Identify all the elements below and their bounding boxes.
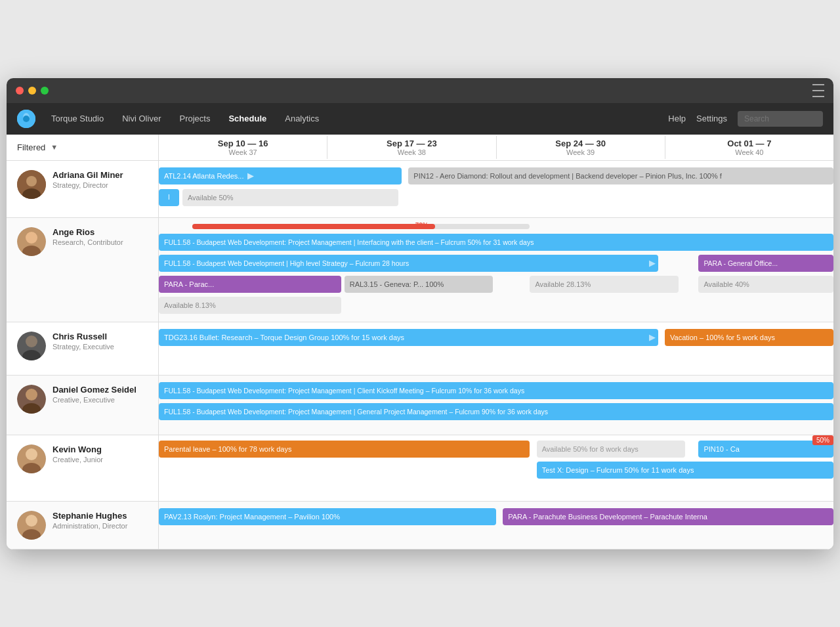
close-button[interactable] <box>16 87 24 95</box>
hamburger-menu[interactable] <box>812 83 824 98</box>
task-pin12[interactable]: PIN12 - Aero Diamond: Rollout and develo… <box>408 167 833 184</box>
filter-arrow: ▼ <box>51 143 58 151</box>
chris-task-row-1: TDG23.16 Bullet: Research – Torque Desig… <box>159 329 833 347</box>
nav-analytics[interactable]: Analytics <box>277 110 327 127</box>
ange-task-row-1: FUL1.58 - Budapest Web Development: Proj… <box>159 234 833 252</box>
svg-point-15 <box>26 448 37 460</box>
nav-items: Torque Studio Nivi Oliver Projects Sched… <box>43 110 668 127</box>
task-pav213[interactable]: PAV2.13 Roslyn: Project Management – Pav… <box>159 508 496 525</box>
person-role-stephanie: Administration, Director <box>52 522 127 530</box>
person-details-daniel: Daniel Gomez Seidel Creative, Executive <box>52 385 136 404</box>
avatar-adriana <box>17 170 46 199</box>
person-details-kevin: Kevin Wong Creative, Junior <box>52 444 103 464</box>
task-ful158-general[interactable]: FUL1.58 - Budapest Web Development: Proj… <box>159 403 833 420</box>
task-ful158-highlevel[interactable]: FUL1.58 - Budapest Web Development | Hig… <box>159 255 658 272</box>
filter-label: Filtered <box>17 142 45 152</box>
avatar-daniel <box>17 385 46 414</box>
nav-schedule[interactable]: Schedule <box>220 110 274 127</box>
daniel-task-row-1: FUL1.58 - Budapest Web Development: Proj… <box>159 382 833 400</box>
person-role-daniel: Creative, Executive <box>52 396 136 404</box>
person-details-stephanie: Stephanie Hughes Administration, Directo… <box>52 511 127 530</box>
task-testx[interactable]: Test X: Design – Fulcrum 50% for 11 work… <box>537 462 833 479</box>
week-col-38: Sep 17 — 23 Week 38 <box>327 136 496 159</box>
svg-point-18 <box>26 515 37 527</box>
week-col-37: Sep 10 — 16 Week 37 <box>159 136 327 159</box>
task-ange-available-40[interactable]: Available 40% <box>698 276 833 293</box>
task-adriana-i[interactable]: I <box>159 189 179 206</box>
svg-point-12 <box>26 389 37 400</box>
traffic-lights <box>16 87 49 95</box>
task-para-parachute-biz[interactable]: PARA - Parachute Business Development – … <box>503 508 833 525</box>
ange-progress-bar-row: 72% <box>159 222 833 231</box>
nav-help[interactable]: Help <box>668 114 686 123</box>
person-info-ange: Ange Rios Research, Contributor <box>7 218 159 322</box>
week-col-39: Sep 24 — 30 Week 39 <box>497 136 665 159</box>
person-name-ange: Ange Rios <box>52 227 123 237</box>
avatar-stephanie <box>17 511 46 540</box>
maximize-button[interactable] <box>41 87 49 95</box>
daniel-task-row-2: FUL1.58 - Budapest Web Development: Proj… <box>159 403 833 422</box>
nav-projects[interactable]: Projects <box>171 110 218 127</box>
search-input[interactable] <box>738 111 823 127</box>
kevin-50-badge: 50% <box>812 435 833 445</box>
ange-task-row-4: Available 8.13% <box>159 297 833 315</box>
stephanie-task-row-1: PAV2.13 Roslyn: Project Management – Pav… <box>159 508 833 527</box>
person-name-daniel: Daniel Gomez Seidel <box>52 385 136 395</box>
person-name-chris: Chris Russell <box>52 332 114 341</box>
task-vacation[interactable]: Vacation – 100% for 5 work days <box>665 329 833 346</box>
title-bar <box>7 78 833 103</box>
minimize-button[interactable] <box>28 87 36 95</box>
person-info-adriana: Adriana Gil Miner Strategy, Director <box>7 161 159 217</box>
person-role-kevin: Creative, Junior <box>52 456 103 464</box>
person-role-chris: Strategy, Executive <box>52 343 114 351</box>
task-ful158-interfacing[interactable]: FUL1.58 - Budapest Web Development: Proj… <box>159 234 833 251</box>
person-info-kevin: Kevin Wong Creative, Junior <box>7 435 159 501</box>
adriana-task-row-1: ATL2.14 Atlanta Redes... ▶ PIN12 - Aero … <box>159 167 833 186</box>
week-num-37: Week 37 <box>159 148 327 156</box>
week-range-39: Sep 24 — 30 <box>497 139 665 148</box>
task-kevin-available[interactable]: Available 50% for 8 work days <box>537 441 685 458</box>
week-num-38: Week 38 <box>327 148 495 156</box>
week-range-38: Sep 17 — 23 <box>327 139 495 148</box>
tasks-daniel: FUL1.58 - Budapest Web Development: Proj… <box>159 376 833 435</box>
tasks-ange: 72% FUL1.58 - Budapest Web Development: … <box>159 218 833 322</box>
nav-user[interactable]: Nivi Oliver <box>114 110 169 127</box>
task-atl[interactable]: ATL2.14 Atlanta Redes... ▶ <box>159 167 402 184</box>
person-name-adriana: Adriana Gil Miner <box>52 170 123 180</box>
task-adriana-available[interactable]: Available 50% <box>182 189 398 206</box>
week-range-37: Sep 10 — 16 <box>159 139 327 148</box>
filter-row: Filtered ▼ Sep 10 — 16 Week 37 Sep 17 — … <box>7 135 833 161</box>
person-row-chris: Chris Russell Strategy, Executive TDG23.… <box>7 322 833 376</box>
ange-task-row-3: PARA - Parac... RAL3.15 - Geneva: P... 1… <box>159 276 833 294</box>
week-headers: Sep 10 — 16 Week 37 Sep 17 — 23 Week 38 … <box>159 136 833 159</box>
task-ral315[interactable]: RAL3.15 - Geneva: P... 100% <box>345 276 493 293</box>
task-parental-leave[interactable]: Parental leave – 100% for 78 work days <box>159 441 530 458</box>
nav-studio[interactable]: Torque Studio <box>43 110 112 127</box>
schedule-grid: Adriana Gil Miner Strategy, Director ATL… <box>7 161 833 550</box>
task-para-parac[interactable]: PARA - Parac... <box>159 276 341 293</box>
kevin-task-row-2: Test X: Design – Fulcrum 50% for 11 work… <box>159 462 833 480</box>
task-ful158-kickoff[interactable]: FUL1.58 - Budapest Web Development: Proj… <box>159 382 833 399</box>
person-row-ange: Ange Rios Research, Contributor 72% FUL1… <box>7 218 833 322</box>
person-details-adriana: Adriana Gil Miner Strategy, Director <box>52 170 123 189</box>
task-tdg2316[interactable]: TDG23.16 Bullet: Research – Torque Desig… <box>159 329 658 346</box>
svg-point-3 <box>26 176 37 186</box>
svg-point-0 <box>17 110 35 128</box>
task-ange-available-2813[interactable]: Available 28.13% <box>530 276 678 293</box>
navbar: Torque Studio Nivi Oliver Projects Sched… <box>7 103 833 135</box>
avatar-ange <box>17 227 46 256</box>
task-ange-available-813[interactable]: Available 8.13% <box>159 297 341 314</box>
person-role-adriana: Strategy, Director <box>52 181 123 189</box>
nav-settings[interactable]: Settings <box>696 114 727 123</box>
ange-task-row-2: FUL1.58 - Budapest Web Development | Hig… <box>159 255 833 273</box>
week-num-40: Week 40 <box>665 148 833 156</box>
person-info-chris: Chris Russell Strategy, Executive <box>7 322 159 375</box>
svg-point-6 <box>26 232 37 244</box>
person-row-stephanie: Stephanie Hughes Administration, Directo… <box>7 502 833 550</box>
filter-cell[interactable]: Filtered ▼ <box>7 135 159 160</box>
svg-point-9 <box>26 335 37 347</box>
svg-point-1 <box>23 113 30 122</box>
person-name-stephanie: Stephanie Hughes <box>52 511 127 521</box>
task-para-general-office[interactable]: PARA - General Office... <box>698 255 833 272</box>
nav-right: Help Settings <box>668 111 823 127</box>
